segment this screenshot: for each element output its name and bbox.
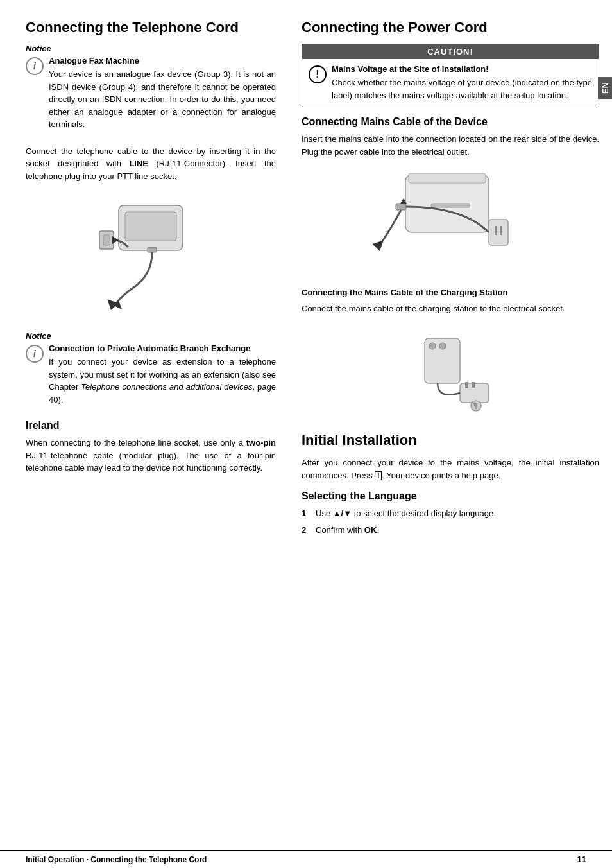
left-para1: Connect the telephone cable to the devic… [26, 145, 276, 183]
notice-icon-1: i [26, 57, 44, 75]
line-bold: LINE [129, 159, 148, 168]
svg-rect-1 [125, 212, 176, 241]
page-container: EN Connecting the Telephone Cord Notice … [0, 0, 612, 868]
step-1: 1 Use ▲/▼ to select the desired display … [302, 507, 599, 520]
svg-rect-10 [431, 204, 470, 207]
step-1-text: Use ▲/▼ to select the desired display la… [316, 507, 496, 520]
charging-station-diagram [302, 326, 599, 422]
svg-rect-2 [148, 247, 157, 252]
footer-left-text: Initial Operation · Connecting the Telep… [26, 855, 207, 864]
initial-install-title: Initial Installation [302, 432, 599, 449]
notice2-italic: Telephone connections and additional dev… [81, 382, 252, 392]
step-2-num: 2 [302, 524, 310, 537]
caution-box: CAUTION! ! Mains Voltage at the Site of … [302, 44, 599, 107]
charging-station-body: Connect the mains cable of the charging … [302, 302, 599, 315]
notice-label-1: Notice [26, 44, 276, 53]
charging-station-title: Connecting the Mains Cable of the Chargi… [302, 288, 599, 297]
svg-marker-6 [112, 236, 119, 244]
right-title: Connecting the Power Cord [302, 19, 599, 36]
left-column: Connecting the Telephone Cord Notice i A… [0, 19, 289, 540]
notice-text-2: Connection to Private Automatic Branch E… [49, 343, 276, 411]
mains-cable-body: Insert the mains cable into the connecti… [302, 133, 599, 158]
notice-block-2: Notice i Connection to Private Automatic… [26, 331, 276, 411]
svg-point-19 [439, 343, 446, 349]
svg-rect-13 [495, 226, 497, 235]
ireland-title: Ireland [26, 420, 276, 431]
steps-list: 1 Use ▲/▼ to select the desired display … [302, 507, 599, 536]
two-pin-bold: two-pin [246, 438, 276, 447]
left-title: Connecting the Telephone Cord [26, 19, 276, 36]
notice1-body: Your device is an analogue fax device (G… [49, 68, 276, 131]
initial-install-body: After you connect your device to the mai… [302, 456, 599, 482]
main-content: Connecting the Telephone Cord Notice i A… [0, 0, 612, 566]
caution-text-block: Mains Voltage at the Site of Installatio… [332, 64, 592, 101]
arrow-symbol: ▲/▼ [333, 508, 352, 518]
caution-body-text: Check whether the mains voltage of your … [332, 76, 592, 101]
selecting-language-title: Selecting the Language [302, 490, 599, 502]
ok-bold: OK [364, 525, 377, 535]
svg-rect-5 [103, 235, 110, 245]
caution-icon: ! [309, 65, 327, 83]
en-tab: EN [598, 77, 612, 99]
notice-text-1: Analogue Fax Machine Your device is an a… [49, 56, 276, 136]
notice-icon-2: i [26, 345, 44, 363]
right-column: Connecting the Power Cord CAUTION! ! Mai… [289, 19, 612, 540]
notice1-heading: Analogue Fax Machine [49, 56, 276, 65]
step-2: 2 Confirm with OK. [302, 524, 599, 537]
notice2-heading: Connection to Private Automatic Branch E… [49, 343, 276, 353]
caution-body: ! Mains Voltage at the Site of Installat… [302, 59, 599, 107]
key-i: i [375, 471, 382, 480]
notice-label-2: Notice [26, 331, 276, 341]
notice-block-1: Notice i Analogue Fax Machine Your devic… [26, 44, 276, 136]
telephone-cord-diagram [26, 193, 276, 321]
svg-rect-21 [465, 382, 468, 388]
svg-rect-11 [396, 204, 406, 210]
mains-cable-title: Connecting Mains Cable of the Device [302, 116, 599, 128]
notice2-body: If you connect your device as extension … [49, 356, 276, 406]
notice-content-1: i Analogue Fax Machine Your device is an… [26, 56, 276, 136]
svg-rect-12 [489, 220, 508, 245]
svg-marker-7 [104, 296, 119, 311]
svg-rect-22 [472, 382, 475, 388]
caution-heading: Mains Voltage at the Site of Installatio… [332, 64, 592, 74]
svg-rect-14 [500, 226, 502, 235]
device-power-diagram [302, 168, 599, 277]
svg-point-18 [429, 343, 436, 349]
footer-page-number: 11 [577, 855, 586, 864]
notice-content-2: i Connection to Private Automatic Branch… [26, 343, 276, 411]
step-2-text: Confirm with OK. [316, 524, 379, 537]
step-1-num: 1 [302, 507, 310, 520]
page-footer: Initial Operation · Connecting the Telep… [0, 850, 612, 868]
ireland-body: When connecting to the telephone line so… [26, 437, 276, 474]
svg-rect-9 [409, 173, 486, 183]
caution-header: CAUTION! [302, 44, 599, 59]
